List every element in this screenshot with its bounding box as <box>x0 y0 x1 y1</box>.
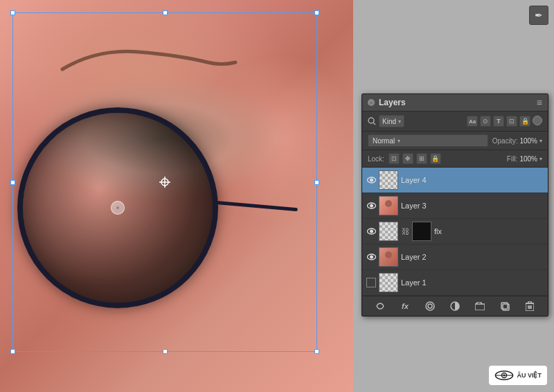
watermark-logo-icon <box>494 368 514 382</box>
fill-value[interactable]: 100% <box>519 155 537 163</box>
glasses-circle <box>17 107 218 308</box>
fill-group: Fill: 100% ▾ <box>507 155 542 163</box>
footer-duplicate-btn[interactable] <box>499 300 511 312</box>
svg-point-16 <box>370 256 373 259</box>
panel-menu-button[interactable]: ≡ <box>537 98 542 107</box>
opacity-label: Opacity: <box>492 137 518 145</box>
thumb-checker-layer4 <box>379 171 397 189</box>
svg-point-17 <box>426 302 434 310</box>
layer-name-layer3: Layer 3 <box>401 202 544 210</box>
layers-list: Layer 4 Layer 3 ⛓ flx <box>362 168 548 296</box>
svg-point-7 <box>368 118 374 123</box>
filter-kind-dropdown[interactable]: Kind ▾ <box>379 115 404 127</box>
layer-name-layer2: Layer 2 <box>401 253 544 261</box>
eye-button-layerfx[interactable] <box>366 226 376 236</box>
layer-thumb-layer4 <box>379 170 398 190</box>
thumb-black-layerfx <box>413 222 431 240</box>
svg-line-8 <box>373 123 375 125</box>
lock-transform-btn[interactable]: ⊞ <box>416 153 427 164</box>
lock-pixel-btn[interactable]: ⊡ <box>388 153 400 164</box>
thumb-person-layer2 <box>379 248 397 266</box>
blend-mode-label: Normal <box>373 137 395 145</box>
layer-name-layer1: Layer 1 <box>401 278 544 287</box>
eye-button-layer2[interactable] <box>366 252 376 262</box>
layer-thumb-layer1 <box>379 273 398 292</box>
opacity-arrow: ▾ <box>539 138 542 144</box>
filter-kind-label: Kind <box>382 118 396 125</box>
blend-mode-dropdown[interactable]: Normal ▾ <box>368 134 488 147</box>
thumb-checker-layerfx <box>379 222 397 240</box>
filter-icon-aa[interactable]: Aa <box>467 116 478 127</box>
filter-icons-group: Aa ⊙ T ⊡ 🔒 <box>467 116 542 127</box>
layer-thumb-layer2 <box>379 247 398 267</box>
layers-panel: × Layers ≡ Kind ▾ Aa ⊙ T ⊡ 🔒 Normal ▾ <box>361 93 548 317</box>
filter-icon-shape[interactable]: ⊡ <box>506 116 517 127</box>
photo-background <box>0 0 353 392</box>
svg-point-12 <box>370 204 373 208</box>
layer-item-layer4[interactable]: Layer 4 <box>362 168 548 193</box>
footer-delete-btn[interactable] <box>524 300 536 312</box>
svg-rect-20 <box>475 304 485 310</box>
layer-thumb-layerfx <box>379 222 398 241</box>
lock-move-btn[interactable]: ✥ <box>402 153 413 164</box>
filter-icon-dot[interactable] <box>533 116 542 125</box>
panel-footer: fx <box>362 296 548 316</box>
blend-mode-row: Normal ▾ Opacity: 100% ▾ <box>362 132 548 150</box>
footer-fx-btn[interactable]: fx <box>399 300 411 312</box>
panel-title: Layers <box>379 98 406 107</box>
pen-tool-button[interactable]: ✒ <box>529 6 548 25</box>
filter-icon-lock[interactable]: 🔒 <box>519 116 530 127</box>
watermark: ÂU VIỆT <box>489 366 547 385</box>
filter-icon-text[interactable]: T <box>493 116 504 127</box>
watermark-text: ÂU VIỆT <box>517 372 542 379</box>
panel-header: × Layers ≡ <box>362 94 548 112</box>
fill-label: Fill: <box>507 155 518 163</box>
fill-arrow: ▾ <box>539 156 542 162</box>
pen-tool-icon: ✒ <box>535 10 543 21</box>
svg-point-14 <box>370 230 373 233</box>
eye-button-layer3[interactable] <box>366 201 376 211</box>
opacity-group: Opacity: 100% ▾ <box>492 137 542 145</box>
search-icon <box>368 117 376 125</box>
thumb-checker-layer1 <box>379 274 397 292</box>
layer-item-layer2[interactable]: Layer 2 <box>362 244 548 270</box>
chain-icon-layerfx[interactable]: ⛓ <box>401 227 409 235</box>
eye-checkbox-layer1[interactable] <box>366 278 376 287</box>
layer-item-layer3[interactable]: Layer 3 <box>362 193 548 219</box>
footer-mask-btn[interactable] <box>449 300 461 312</box>
blend-dropdown-arrow: ▾ <box>397 138 400 144</box>
layer-thumb-layer3 <box>379 196 398 215</box>
layer-name-layerfx: flx <box>434 227 544 235</box>
panel-header-left: × Layers <box>368 98 406 107</box>
lock-label: Lock: <box>368 155 384 163</box>
svg-point-18 <box>428 304 432 308</box>
layer-item-layer1[interactable]: Layer 1 <box>362 270 548 296</box>
layer-mask-thumb-layerfx <box>412 222 431 241</box>
footer-link-btn[interactable] <box>374 300 386 312</box>
eyebrow-svg <box>55 42 249 83</box>
layer-item-layerfx[interactable]: ⛓ flx <box>362 219 548 244</box>
lock-all-btn[interactable]: 🔒 <box>430 153 441 164</box>
footer-adjustment-btn[interactable] <box>424 300 436 312</box>
opacity-value[interactable]: 100% <box>519 137 537 145</box>
eye-button-layer4[interactable] <box>366 175 376 185</box>
layer-name-layer4: Layer 4 <box>401 176 544 184</box>
filter-icon-circle[interactable]: ⊙ <box>480 116 491 127</box>
lock-row: Lock: ⊡ ✥ ⊞ 🔒 Fill: 100% ▾ <box>362 150 548 168</box>
footer-group-btn[interactable] <box>474 300 486 312</box>
filter-row: Kind ▾ Aa ⊙ T ⊡ 🔒 <box>362 112 548 132</box>
panel-close-button[interactable]: × <box>368 99 375 106</box>
svg-point-10 <box>370 179 373 182</box>
filter-dropdown-arrow: ▾ <box>398 118 401 125</box>
thumb-person-layer3 <box>379 197 397 215</box>
